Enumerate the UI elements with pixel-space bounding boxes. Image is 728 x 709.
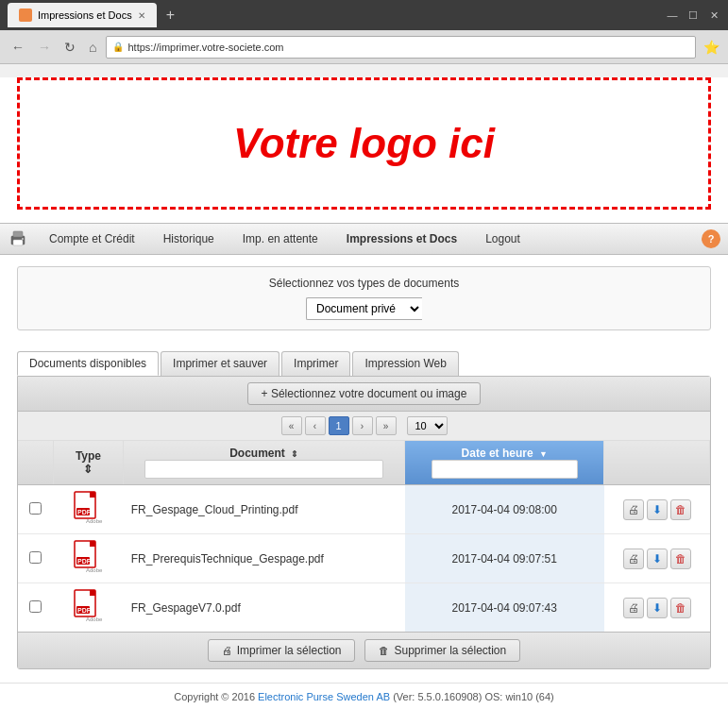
new-tab-button[interactable]: + — [162, 7, 178, 24]
svg-text:Adobe: Adobe — [86, 567, 103, 573]
page-first-button[interactable]: « — [281, 416, 302, 435]
main-section: Documents disponibles Imprimer et sauver… — [0, 342, 728, 683]
minimize-button[interactable]: — — [666, 8, 679, 22]
back-button[interactable]: ← — [8, 38, 28, 57]
nav-pending[interactable]: Imp. en attente — [229, 227, 331, 251]
row-checkbox-cell — [18, 583, 53, 633]
help-button[interactable]: ? — [702, 229, 720, 248]
row-download-button[interactable]: ⬇ — [647, 549, 668, 569]
bottom-actions: 🖨 Imprimer la sélection 🗑 Supprimer la s… — [18, 632, 710, 668]
help-icon: ? — [702, 229, 720, 248]
logo-placeholder: Votre logo ici — [17, 77, 711, 210]
page-content: Votre logo ici Compte et Crédit Historiq… — [0, 77, 728, 709]
page-prev-button[interactable]: ‹ — [305, 416, 326, 435]
maximize-button[interactable]: ☐ — [686, 8, 700, 22]
row-download-button[interactable]: ⬇ — [647, 499, 668, 520]
refresh-button[interactable]: ↻ — [60, 38, 79, 57]
row-type-cell: PDF Adobe — [53, 583, 123, 633]
svg-rect-1 — [13, 231, 23, 237]
tab-close-btn[interactable]: ✕ — [138, 10, 145, 21]
page-next-button[interactable]: › — [352, 416, 373, 435]
nav-historique[interactable]: Historique — [150, 227, 228, 251]
row-filename-cell: FR_PrerequisTechnique_Gespage.pdf — [124, 534, 405, 583]
tab-title: Impressions et Docs — [38, 9, 132, 21]
row-date-cell: 2017-04-04 09:07:51 — [405, 534, 604, 583]
home-button[interactable]: ⌂ — [85, 38, 100, 57]
row-actions-cell: 🖨 ⬇ 🗑 — [604, 583, 710, 633]
row-checkbox[interactable] — [29, 502, 42, 515]
row-delete-button[interactable]: 🗑 — [670, 598, 691, 618]
extension-icon[interactable]: ⭐ — [702, 38, 720, 57]
row-download-button[interactable]: ⬇ — [647, 598, 668, 618]
doc-selector-label: Sélectionnez vos types de documents — [31, 277, 697, 290]
date-header-label: Date et heure — [462, 447, 533, 460]
tab-print[interactable]: Imprimer — [281, 351, 350, 376]
row-date: 2017-04-04 09:07:51 — [451, 552, 556, 566]
row-checkbox[interactable] — [29, 551, 42, 564]
window-controls: — ☐ ✕ — [666, 8, 720, 22]
document-type-select[interactable]: Document privé Document public — [306, 297, 422, 320]
add-doc-row: + Sélectionnez votre document ou image — [18, 377, 710, 412]
row-checkbox-cell — [18, 485, 53, 534]
delete-selection-label: Supprimer la sélection — [394, 644, 506, 657]
row-checkbox[interactable] — [29, 600, 42, 613]
row-print-button[interactable]: 🖨 — [623, 598, 644, 618]
row-date: 2017-04-04 09:08:00 — [451, 503, 556, 516]
doc-filter-input[interactable] — [144, 460, 383, 479]
footer-copyright: Copyright © 2016 — [174, 691, 255, 702]
row-delete-button[interactable]: 🗑 — [670, 499, 691, 520]
row-filename-cell: FR_Gespage_Cloud_Printing.pdf — [124, 485, 405, 534]
tab-available[interactable]: Documents disponibles — [17, 351, 159, 376]
col-header-document: Document ⇕ — [124, 441, 405, 485]
row-print-button[interactable]: 🖨 — [623, 549, 644, 569]
svg-rect-2 — [13, 240, 23, 245]
per-page-select[interactable]: 10 25 50 — [407, 416, 448, 435]
add-doc-button[interactable]: + Sélectionnez votre document ou image — [247, 382, 482, 405]
page-current: 1 — [329, 416, 349, 435]
pdf-icon: PDF Adobe — [73, 540, 103, 574]
page-last-button[interactable]: » — [376, 416, 397, 435]
type-sort-icon: ⇕ — [83, 463, 93, 476]
footer-version: (Ver: 5.5.0.160908) OS: win10 (64) — [393, 691, 554, 702]
forward-button[interactable]: → — [34, 38, 55, 57]
row-delete-button[interactable]: 🗑 — [670, 549, 691, 569]
tab-web[interactable]: Impression Web — [352, 351, 458, 376]
logo-text: Votre logo ici — [233, 120, 495, 167]
row-date-cell: 2017-04-04 09:07:43 — [405, 583, 604, 633]
add-doc-label: + Sélectionnez votre document ou image — [262, 387, 467, 400]
table-row: PDF Adobe FR_GespageV7.0.pdf 2017-04-04 … — [18, 583, 710, 633]
tab-favicon — [19, 8, 32, 22]
nav-bar: Compte et Crédit Historique Imp. en atte… — [0, 223, 728, 255]
doc-selector-box: Sélectionnez vos types de documents Docu… — [17, 266, 711, 330]
doc-selector-section: Sélectionnez vos types de documents Docu… — [0, 255, 728, 342]
nav-logout[interactable]: Logout — [472, 227, 533, 251]
nav-compte[interactable]: Compte et Crédit — [36, 227, 148, 251]
tab-print-save[interactable]: Imprimer et sauver — [161, 351, 279, 376]
close-button[interactable]: ✕ — [707, 8, 720, 22]
doc-selector-row: Document privé Document public — [31, 297, 697, 320]
row-type-cell: PDF Adobe — [53, 534, 123, 583]
svg-text:PDF: PDF — [77, 607, 92, 614]
row-date-cell: 2017-04-04 09:08:00 — [405, 485, 604, 534]
row-filename-cell: FR_GespageV7.0.pdf — [124, 583, 405, 633]
doc-sort-icon: ⇕ — [291, 449, 298, 459]
row-filename: FR_GespageV7.0.pdf — [131, 601, 241, 615]
delete-selection-button[interactable]: 🗑 Supprimer la sélection — [364, 639, 520, 662]
browser-tab[interactable]: Impressions et Docs ✕ — [8, 3, 157, 27]
print-selection-button[interactable]: 🖨 Imprimer la sélection — [208, 639, 356, 662]
table-container: + Sélectionnez votre document ou image «… — [17, 376, 711, 669]
pdf-icon: PDF Adobe — [73, 589, 103, 623]
tabs-row: Documents disponibles Imprimer et sauver… — [17, 351, 711, 376]
row-print-button[interactable]: 🖨 — [623, 499, 644, 520]
delete-selection-icon: 🗑 — [379, 645, 389, 656]
svg-marker-5 — [90, 492, 95, 498]
address-bar[interactable]: 🔒 https://imprimer.votre-societe.com — [106, 36, 696, 59]
svg-text:PDF: PDF — [77, 558, 92, 565]
type-header-label: Type — [76, 449, 101, 463]
table-row: PDF Adobe FR_PrerequisTechnique_Gespage.… — [18, 534, 710, 583]
date-filter-input[interactable] — [432, 460, 578, 479]
pdf-icon: PDF Adobe — [73, 491, 103, 525]
footer-company-link[interactable]: Electronic Purse Sweden AB — [258, 691, 390, 702]
row-action-buttons: 🖨 ⬇ 🗑 — [612, 549, 703, 569]
nav-impressions[interactable]: Impressions et Docs — [333, 227, 470, 251]
